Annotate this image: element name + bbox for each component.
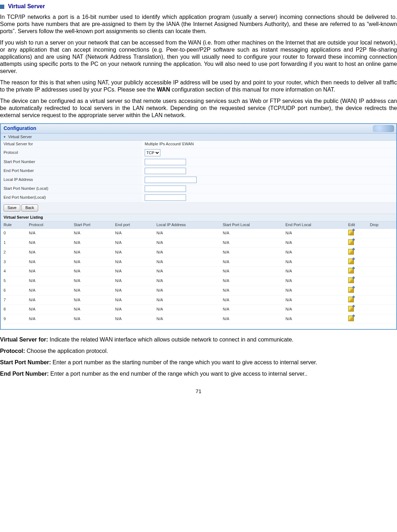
- edit-icon[interactable]: [348, 297, 354, 302]
- edit-icon[interactable]: [348, 277, 354, 283]
- edit-icon[interactable]: [348, 268, 354, 273]
- edit-icon[interactable]: [348, 239, 354, 245]
- edit-icon[interactable]: [348, 259, 354, 264]
- config-subheader: ▾ Virtual Server: [1, 134, 396, 141]
- listing-table: Rule Protocol Start Port End port Local …: [1, 221, 396, 324]
- cell-protocol: N/A: [26, 267, 71, 276]
- edit-icon[interactable]: [348, 249, 354, 255]
- cell-endPort: N/A: [112, 257, 154, 267]
- cell-protocol: N/A: [26, 247, 71, 257]
- config-form: Virtual Server for Multiple IPs Account/…: [1, 141, 396, 202]
- table-row: 2N/AN/AN/AN/AN/AN/A: [1, 247, 396, 257]
- cell-protocol: N/A: [26, 238, 71, 248]
- cell-localIp: N/A: [154, 305, 220, 314]
- cell-localIp: N/A: [154, 286, 220, 295]
- table-row: 3N/AN/AN/AN/AN/AN/A: [1, 257, 396, 267]
- cell-protocol: N/A: [26, 295, 71, 305]
- th-drop: Drop: [367, 221, 396, 229]
- cell-localIp: N/A: [154, 257, 220, 267]
- cell-rule: 1: [1, 238, 26, 248]
- section-heading-text: Virtual Server: [8, 3, 45, 9]
- cell-endPortLocal: N/A: [283, 257, 345, 267]
- cell-startPort: N/A: [71, 238, 112, 248]
- button-row: Save Back: [1, 202, 396, 214]
- cell-edit: [345, 286, 367, 295]
- cell-rule: 7: [1, 295, 26, 305]
- triangle-icon: ▾: [4, 135, 6, 139]
- page-number: 71: [0, 388, 397, 395]
- cell-startPort: N/A: [71, 314, 112, 324]
- local-ip-input[interactable]: [145, 177, 197, 183]
- cell-rule: 6: [1, 286, 26, 295]
- table-row: 5N/AN/AN/AN/AN/AN/A: [1, 276, 396, 286]
- cell-drop: [367, 257, 396, 267]
- table-row: 9N/AN/AN/AN/AN/AN/A: [1, 314, 396, 324]
- cell-protocol: N/A: [26, 286, 71, 295]
- cell-drop: [367, 286, 396, 295]
- def-2: Protocol: Choose the application protoco…: [0, 348, 397, 355]
- start-port-input[interactable]: [145, 159, 186, 165]
- cell-endPortLocal: N/A: [283, 276, 345, 286]
- cell-rule: 3: [1, 257, 26, 267]
- cell-edit: [345, 257, 367, 267]
- table-row: 4N/AN/AN/AN/AN/AN/A: [1, 267, 396, 276]
- end-port-local-input[interactable]: [145, 194, 186, 201]
- cell-startPort: N/A: [71, 286, 112, 295]
- cell-protocol: N/A: [26, 257, 71, 267]
- value-virtual-server-for: Multiple IPs Account/ EWAN: [142, 141, 396, 148]
- cell-edit: [345, 267, 367, 276]
- para-3c: configuration section of this manual for…: [170, 87, 335, 93]
- edit-icon[interactable]: [348, 306, 354, 312]
- label-protocol: Protocol: [1, 148, 142, 158]
- config-header-text: Configuration: [4, 125, 36, 131]
- protocol-select[interactable]: TCP: [145, 149, 160, 156]
- table-row: 7N/AN/AN/AN/AN/AN/A: [1, 295, 396, 305]
- th-rule: Rule: [1, 221, 26, 229]
- config-header: Configuration: [1, 124, 396, 134]
- cell-startPortLocal: N/A: [220, 305, 283, 314]
- cell-endPort: N/A: [112, 286, 154, 295]
- cell-startPort: N/A: [71, 276, 112, 286]
- cell-startPortLocal: N/A: [220, 314, 283, 324]
- listing-header-row: Rule Protocol Start Port End port Local …: [1, 221, 396, 229]
- start-port-local-input[interactable]: [145, 186, 186, 192]
- def-1-text: Indicate the related WAN interface which…: [50, 337, 293, 343]
- cell-rule: 8: [1, 305, 26, 314]
- cell-startPortLocal: N/A: [220, 247, 283, 257]
- label-virtual-server-for: Virtual Server for: [1, 141, 142, 148]
- save-button[interactable]: Save: [4, 204, 20, 212]
- table-row: 8N/AN/AN/AN/AN/AN/A: [1, 305, 396, 314]
- back-button[interactable]: Back: [21, 204, 38, 212]
- cell-endPortLocal: N/A: [283, 314, 345, 324]
- th-start-port: Start Port: [71, 221, 112, 229]
- cell-startPortLocal: N/A: [220, 229, 283, 238]
- edit-icon[interactable]: [348, 315, 354, 321]
- table-row: 6N/AN/AN/AN/AN/AN/A: [1, 286, 396, 295]
- cell-endPort: N/A: [112, 229, 154, 238]
- cell-drop: [367, 295, 396, 305]
- cell-protocol: N/A: [26, 276, 71, 286]
- table-row: 0N/AN/AN/AN/AN/AN/A: [1, 229, 396, 238]
- cell-localIp: N/A: [154, 276, 220, 286]
- cell-startPort: N/A: [71, 267, 112, 276]
- def-4-label: End Port Number:: [0, 371, 50, 377]
- cell-endPortLocal: N/A: [283, 305, 345, 314]
- edit-icon[interactable]: [348, 230, 354, 235]
- table-row: 1N/AN/AN/AN/AN/AN/A: [1, 238, 396, 248]
- def-3-text: Enter a port number as the starting numb…: [53, 359, 318, 365]
- cell-drop: [367, 229, 396, 238]
- def-4: End Port Number: Enter a port number as …: [0, 370, 397, 377]
- cell-localIp: N/A: [154, 247, 220, 257]
- cell-rule: 4: [1, 267, 26, 276]
- cell-startPortLocal: N/A: [220, 267, 283, 276]
- end-port-input[interactable]: [145, 168, 186, 174]
- def-3-label: Start Port Number:: [0, 359, 53, 365]
- cell-endPort: N/A: [112, 276, 154, 286]
- edit-icon[interactable]: [348, 287, 354, 293]
- cell-startPort: N/A: [71, 247, 112, 257]
- cell-protocol: N/A: [26, 305, 71, 314]
- section-heading: Virtual Server: [0, 3, 397, 10]
- cell-localIp: N/A: [154, 267, 220, 276]
- cell-edit: [345, 276, 367, 286]
- cell-endPort: N/A: [112, 305, 154, 314]
